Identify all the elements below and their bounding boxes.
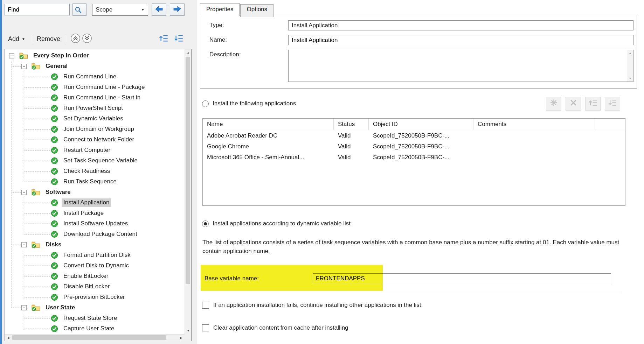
tree-expander-icon[interactable]	[21, 190, 27, 195]
install-dynamic-radio[interactable]	[202, 220, 209, 227]
new-application-button[interactable]	[546, 97, 561, 111]
install-following-row: Install the following applications	[202, 96, 640, 111]
list-move-down-icon	[174, 34, 183, 44]
scope-dropdown[interactable]: Scope ▼	[92, 4, 148, 16]
find-previous-button[interactable]	[152, 3, 166, 16]
move-application-up-button[interactable]	[585, 97, 601, 111]
find-next-button[interactable]	[170, 3, 185, 16]
application-list-toolbar	[546, 97, 620, 111]
horizontal-scrollbar[interactable]: ◀ ▶	[5, 334, 185, 341]
remove-step-button[interactable]: Remove	[35, 34, 62, 44]
description-input[interactable]: ▲ ▼	[288, 50, 633, 82]
clear-cache-row: Clear application content from cache aft…	[202, 324, 348, 331]
scroll-right-button[interactable]: ▶	[178, 335, 185, 341]
scroll-down-icon[interactable]: ▼	[629, 77, 632, 80]
move-step-down-button[interactable]	[173, 34, 184, 44]
tree-item[interactable]: Set Dynamic Variables	[5, 113, 185, 124]
application-cell: Valid	[334, 152, 369, 163]
tree-item[interactable]: Run Task Sequence	[5, 176, 185, 187]
column-header[interactable]: Name	[203, 119, 334, 130]
scroll-up-button[interactable]: ▲	[185, 49, 192, 56]
tree-root[interactable]: Every Step In Order	[5, 50, 185, 61]
tree-item[interactable]: Run Command Line - Start in	[5, 92, 185, 103]
search-button[interactable]	[72, 3, 86, 16]
application-cell: ScopeId_7520050B-F9BC-...	[369, 130, 473, 141]
expand-all-button[interactable]	[81, 33, 93, 44]
column-header[interactable]: Status	[334, 119, 369, 130]
step-success-icon	[50, 220, 58, 228]
column-header[interactable]: Comments	[473, 119, 595, 130]
move-step-up-button[interactable]	[158, 34, 169, 44]
clear-cache-checkbox[interactable]	[202, 324, 209, 331]
scroll-up-icon[interactable]: ▲	[629, 51, 632, 55]
tree-item[interactable]: Request State Store	[5, 313, 185, 323]
continue-on-fail-checkbox[interactable]	[202, 302, 209, 309]
type-label: Type:	[209, 20, 288, 30]
tree-item-label: Install Application	[62, 198, 111, 207]
step-success-icon	[50, 230, 58, 238]
tree-item[interactable]: Connect to Network Folder	[5, 134, 185, 145]
scroll-down-button[interactable]: ▼	[185, 328, 192, 334]
tree-item[interactable]: Run Command Line - Package	[5, 82, 185, 92]
tab-options[interactable]: Options	[240, 4, 273, 17]
horizontal-scroll-thumb[interactable]	[12, 335, 166, 340]
arrow-left-icon	[155, 6, 163, 14]
step-success-icon	[50, 199, 58, 207]
tree-item[interactable]: Capture User State	[5, 323, 185, 334]
tree-item[interactable]: Run PowerShell Script	[5, 103, 185, 113]
tree-item[interactable]: Run Command Line	[5, 71, 185, 82]
vertical-scrollbar[interactable]: ▲ ▼	[185, 49, 191, 334]
toolbar-separator	[66, 34, 66, 43]
application-cell: Valid	[334, 130, 369, 141]
description-scrollbar[interactable]: ▲ ▼	[627, 50, 633, 82]
name-input[interactable]	[288, 35, 633, 45]
tree-item[interactable]: Check Readiness	[5, 166, 185, 176]
tree-item[interactable]: Install Application	[5, 197, 185, 208]
collapse-all-button[interactable]	[70, 33, 81, 44]
step-success-icon	[50, 283, 58, 291]
tab-properties[interactable]: Properties	[200, 3, 240, 16]
tree-item[interactable]: Convert Disk to Dynamic	[5, 260, 185, 271]
column-header[interactable]: Object ID	[369, 119, 473, 130]
delete-application-button[interactable]	[566, 97, 581, 111]
tree-expander-icon[interactable]	[9, 53, 14, 58]
step-success-icon	[50, 178, 58, 186]
tree-item[interactable]: Install Software Updates	[5, 218, 185, 229]
application-list[interactable]: NameStatusObject IDComments Adobe Acroba…	[202, 118, 625, 206]
tree-group[interactable]: User State	[5, 302, 185, 313]
tree-group[interactable]: Software	[5, 187, 185, 197]
tree-expander-icon[interactable]	[21, 64, 27, 69]
tree-item[interactable]: Download Package Content	[5, 229, 185, 239]
application-row[interactable]: Google ChromeValidScopeId_7520050B-F9BC-…	[203, 141, 625, 152]
tree-item-label: Run PowerShell Script	[62, 104, 125, 112]
tree-group[interactable]: General	[5, 61, 185, 71]
tree-item[interactable]: Set Task Sequence Variable	[5, 155, 185, 166]
application-row[interactable]: Adobe Acrobat Reader DCValidScopeId_7520…	[203, 130, 625, 141]
scroll-left-button[interactable]: ◀	[5, 335, 12, 341]
tree-group[interactable]: Disks	[5, 239, 185, 250]
tree-item[interactable]: Join Domain or Workgroup	[5, 124, 185, 134]
tree-item-label: Run Command Line - Package	[62, 83, 146, 91]
install-following-radio[interactable]	[202, 100, 209, 107]
application-cell: Adobe Acrobat Reader DC	[203, 130, 334, 141]
tree-expander-icon[interactable]	[21, 305, 27, 310]
application-row[interactable]: Microsoft 365 Office - Semi-Annual...Val…	[203, 152, 625, 163]
tree-expander-icon[interactable]	[21, 242, 27, 247]
tree-item[interactable]: Restart Computer	[5, 145, 185, 155]
base-variable-input[interactable]	[313, 273, 611, 284]
tree-item[interactable]: Pre-provision BitLocker	[5, 292, 185, 302]
add-step-button[interactable]: Add ▼	[6, 34, 27, 44]
find-input[interactable]	[5, 4, 70, 15]
folder-check-icon	[31, 62, 41, 70]
base-variable-row: Base variable name:	[205, 273, 611, 285]
tree-item[interactable]: Enable BitLocker	[5, 271, 185, 281]
application-cell: Google Chrome	[203, 141, 334, 152]
list-move-up-icon	[589, 98, 597, 109]
vertical-scroll-thumb[interactable]	[186, 57, 190, 284]
application-cell	[473, 152, 595, 163]
tree-item[interactable]: Install Package	[5, 208, 185, 218]
cross-icon	[570, 99, 577, 108]
tree-item[interactable]: Disable BitLocker	[5, 281, 185, 292]
tree-item[interactable]: Format and Partition Disk	[5, 250, 185, 260]
move-application-down-button[interactable]	[605, 97, 620, 111]
